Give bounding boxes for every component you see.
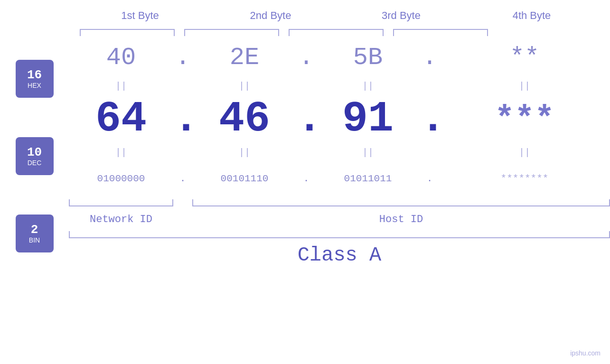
network-id-label: Network ID — [69, 214, 173, 225]
dec-b2: 46 — [192, 95, 297, 143]
byte1-header: 1st Byte — [93, 9, 188, 22]
dec-badge-label: DEC — [28, 159, 42, 167]
hex-badge-label: HEX — [28, 82, 41, 89]
bin-value-row: 01000000 . 00101110 . 01011011 . *******… — [69, 159, 610, 197]
equals-row-1: || || || || — [69, 79, 610, 93]
eq2-b1: || — [69, 147, 173, 158]
top-brackets — [75, 22, 597, 36]
bracket-byte2 — [184, 29, 279, 36]
dec-dot2: . — [297, 95, 316, 143]
host-id-label: Host ID — [192, 214, 610, 225]
hex-dot3: . — [420, 44, 439, 72]
bin-dot3: . — [420, 173, 439, 184]
eq1-b4: || — [439, 81, 610, 92]
bin-b4: ******** — [439, 173, 610, 184]
hex-value-row: 40 . 2E . 5B . ** — [69, 36, 610, 79]
dec-value-row: 64 . 46 . 91 . *** — [69, 93, 610, 145]
bin-b3: 01011011 — [316, 173, 420, 184]
right-values: 40 . 2E . 5B . ** || || || || 64 — [69, 36, 610, 267]
byte4-header: 4th Byte — [484, 9, 579, 22]
bin-b1: 01000000 — [69, 173, 173, 184]
bracket-network — [69, 199, 173, 206]
bin-b2: 00101110 — [192, 173, 297, 184]
hex-b1: 40 — [69, 44, 173, 72]
byte-headers: 1st Byte 2nd Byte 3rd Byte 4th Byte — [75, 0, 597, 22]
left-badges: 16 HEX 10 DEC 2 BIN — [0, 36, 69, 267]
bin-dot2: . — [297, 173, 316, 184]
eq2-b2: || — [192, 147, 297, 158]
main-container: 1st Byte 2nd Byte 3rd Byte 4th Byte 16 H… — [0, 0, 610, 364]
bin-dot1: . — [173, 173, 192, 184]
hex-b2: 2E — [192, 44, 297, 72]
eq1-b2: || — [192, 81, 297, 92]
bracket-host — [192, 199, 610, 206]
bin-badge-label: BIN — [29, 236, 40, 244]
eq2-b4: || — [439, 147, 610, 158]
hex-dot1: . — [173, 44, 192, 72]
dec-dot3: . — [420, 95, 439, 143]
eq1-b3: || — [316, 81, 420, 92]
hex-b3: 5B — [316, 44, 420, 72]
bin-badge-number: 2 — [31, 223, 38, 237]
dec-b1: 64 — [69, 95, 173, 143]
bottom-split-brackets — [69, 199, 610, 210]
byte2-header: 2nd Byte — [223, 9, 318, 22]
hex-badge: 16 HEX — [16, 60, 54, 98]
byte3-header: 3rd Byte — [354, 9, 449, 22]
big-bottom-bracket — [69, 231, 610, 238]
watermark: ipshu.com — [570, 349, 601, 357]
bracket-byte4 — [393, 29, 488, 36]
id-labels-row: Network ID Host ID — [69, 210, 610, 229]
dec-dot1: . — [173, 95, 192, 143]
dec-badge-number: 10 — [27, 146, 42, 159]
eq1-b1: || — [69, 81, 173, 92]
bracket-byte1 — [80, 29, 175, 36]
rows-container: 16 HEX 10 DEC 2 BIN 40 . 2E . — [0, 36, 610, 267]
dec-b4: *** — [439, 101, 610, 138]
dec-badge: 10 DEC — [16, 137, 54, 175]
eq2-b3: || — [316, 147, 420, 158]
hex-badge-number: 16 — [27, 68, 42, 82]
dec-b3: 91 — [316, 95, 420, 143]
bin-badge: 2 BIN — [16, 215, 54, 252]
hex-b4: ** — [439, 44, 610, 72]
bracket-byte3 — [289, 29, 384, 36]
equals-row-2: || || || || — [69, 145, 610, 159]
class-label: Class A — [69, 244, 610, 267]
hex-dot2: . — [297, 44, 316, 72]
